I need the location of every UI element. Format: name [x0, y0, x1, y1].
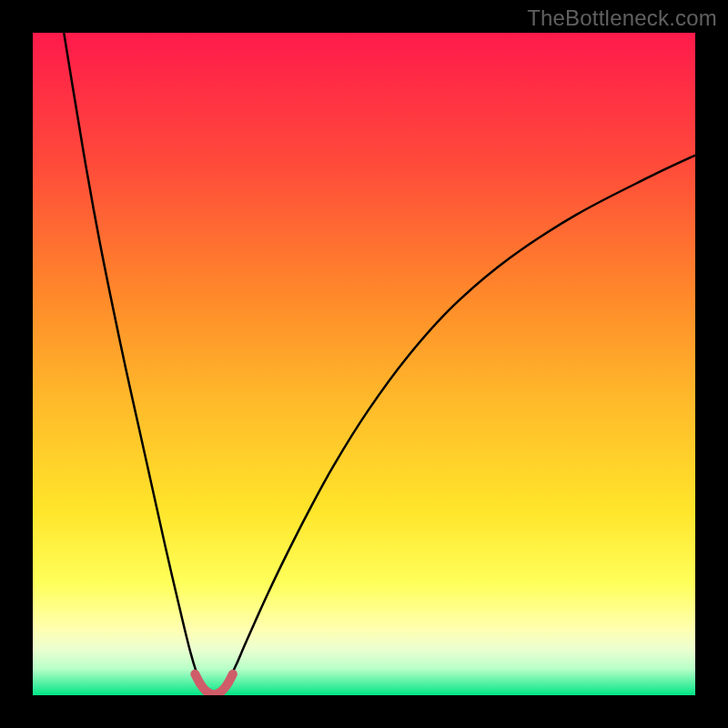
chart-frame: TheBottleneck.com [0, 0, 728, 728]
plot-area [33, 33, 695, 695]
gradient-background [33, 33, 695, 695]
chart-canvas [33, 33, 695, 695]
watermark-text: TheBottleneck.com [527, 5, 717, 31]
